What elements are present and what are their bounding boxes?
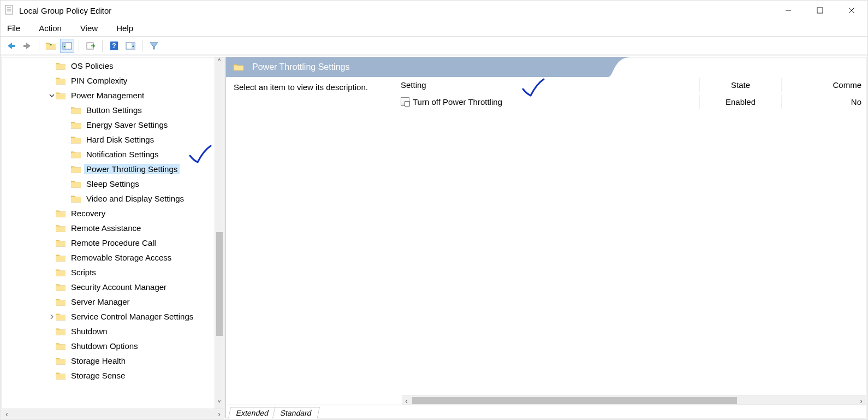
- chevron-placeholder: [48, 269, 56, 276]
- settings-list: Setting State Comme Turn off Power Throt…: [396, 77, 866, 395]
- tree-item[interactable]: Power Throttling Settings: [2, 162, 224, 176]
- folder-icon: [56, 253, 66, 262]
- tree-item[interactable]: Remote Procedure Call: [2, 235, 224, 250]
- tree-item[interactable]: Energy Saver Settings: [2, 117, 224, 132]
- show-hide-tree-button[interactable]: [60, 39, 74, 53]
- filter-button[interactable]: [147, 39, 161, 53]
- tree-item[interactable]: Remote Assistance: [2, 221, 224, 235]
- chevron-placeholder: [48, 328, 56, 335]
- gpedit-window: Local Group Policy Editor File Action Vi…: [0, 0, 868, 420]
- close-button[interactable]: [836, 1, 867, 20]
- col-setting[interactable]: Setting: [396, 78, 699, 92]
- tree-item[interactable]: OS Policies: [2, 58, 224, 73]
- maximize-button[interactable]: [804, 1, 836, 20]
- tree-item-label: Shutdown: [69, 326, 110, 336]
- tree-item[interactable]: Sleep Settings: [2, 176, 224, 191]
- details-header-title: Power Throttling Settings: [252, 62, 349, 72]
- folder-icon: [56, 209, 66, 217]
- menu-action[interactable]: Action: [37, 22, 64, 34]
- chevron-placeholder: [63, 180, 71, 188]
- tree-item[interactable]: Scripts: [2, 265, 224, 280]
- col-state[interactable]: State: [699, 78, 781, 92]
- tree-item[interactable]: Video and Display Settings: [2, 191, 224, 206]
- tree-item[interactable]: Server Manager: [2, 294, 224, 309]
- console-tree[interactable]: OS PoliciesPIN ComplexityPower Managemen…: [2, 57, 224, 383]
- policy-icon: [401, 97, 409, 106]
- chevron-placeholder: [63, 151, 71, 158]
- forward-button[interactable]: [20, 39, 34, 53]
- tree-item-label: Recovery: [69, 208, 108, 218]
- tree-item-label: Remote Assistance: [69, 223, 143, 233]
- tree-item-label: Power Throttling Settings: [84, 164, 180, 174]
- scroll-down-icon[interactable]: ˅: [215, 399, 224, 409]
- description-placeholder: Select an item to view its description.: [234, 82, 368, 92]
- folder-icon: [71, 165, 81, 173]
- folder-icon: [56, 312, 66, 321]
- tree-item[interactable]: Storage Sense: [2, 368, 224, 383]
- tree-item[interactable]: Security Account Manager: [2, 280, 224, 294]
- chevron-right-icon[interactable]: [48, 313, 56, 321]
- tree-item[interactable]: Removable Storage Access: [2, 250, 224, 265]
- svg-text:?: ?: [112, 42, 116, 50]
- folder-icon: [56, 342, 66, 350]
- chevron-placeholder: [63, 107, 71, 114]
- description-column: Select an item to view its description.: [226, 77, 396, 395]
- tree-item[interactable]: Service Control Manager Settings: [2, 309, 224, 324]
- scroll-thumb[interactable]: [412, 397, 737, 404]
- back-button[interactable]: [4, 39, 18, 53]
- scroll-left-icon[interactable]: ‹: [2, 409, 11, 418]
- folder-icon: [56, 327, 66, 335]
- folder-icon: [56, 283, 66, 291]
- titlebar: Local Group Policy Editor: [1, 1, 867, 20]
- chevron-placeholder: [63, 165, 71, 173]
- tree-item[interactable]: Power Management: [2, 88, 224, 103]
- folder-icon: [56, 91, 66, 99]
- svg-rect-9: [23, 45, 27, 47]
- tree-item[interactable]: Hard Disk Settings: [2, 132, 224, 147]
- folder-icon: [71, 180, 81, 188]
- tree-horizontal-scrollbar[interactable]: ‹ ›: [2, 409, 224, 418]
- export-list-button[interactable]: [84, 39, 98, 53]
- tree-item[interactable]: Storage Health: [2, 353, 224, 368]
- folder-icon: [71, 150, 81, 158]
- tree-item-label: OS Policies: [69, 61, 116, 71]
- tree-item-label: Energy Saver Settings: [84, 120, 170, 130]
- tree-item[interactable]: Notification Settings: [2, 147, 224, 162]
- tab-standard[interactable]: Standard: [272, 407, 320, 418]
- tree-item-label: Storage Health: [69, 356, 128, 366]
- scroll-thumb[interactable]: [216, 232, 223, 336]
- help-button[interactable]: ?: [107, 39, 121, 53]
- console-tree-icon: [62, 42, 72, 50]
- funnel-icon: [149, 42, 159, 50]
- details-horizontal-scrollbar[interactable]: ‹ ›: [402, 395, 866, 405]
- tree-item-label: Service Control Manager Settings: [69, 311, 195, 322]
- tree-item[interactable]: Recovery: [2, 206, 224, 221]
- tree-item[interactable]: Shutdown Options: [2, 339, 224, 353]
- scroll-up-icon[interactable]: ˄: [215, 57, 224, 67]
- menu-help[interactable]: Help: [114, 22, 135, 34]
- scroll-left-icon[interactable]: ‹: [402, 396, 411, 405]
- policy-row[interactable]: Turn off Power ThrottlingEnabledNo: [396, 93, 866, 110]
- menu-view[interactable]: View: [78, 22, 100, 34]
- scroll-right-icon[interactable]: ›: [215, 409, 224, 418]
- tree-item[interactable]: Button Settings: [2, 103, 224, 117]
- action-pane-icon: [126, 42, 135, 50]
- scroll-right-icon[interactable]: ›: [857, 396, 866, 405]
- export-icon: [86, 42, 96, 50]
- chevron-placeholder: [48, 357, 56, 365]
- cell-setting: Turn off Power Throttling: [396, 95, 699, 109]
- tab-extended[interactable]: Extended: [228, 407, 277, 418]
- menu-file[interactable]: File: [5, 22, 22, 34]
- tree-item[interactable]: Shutdown: [2, 324, 224, 339]
- chevron-placeholder: [48, 372, 56, 380]
- tree-vertical-scrollbar[interactable]: ˄ ˅: [215, 57, 224, 409]
- col-comment[interactable]: Comme: [781, 78, 866, 92]
- tree-item[interactable]: PIN Complexity: [2, 73, 224, 88]
- folder-icon: [56, 298, 66, 306]
- show-hide-action-pane-button[interactable]: [123, 39, 138, 53]
- chevron-down-icon[interactable]: [48, 92, 56, 99]
- tree-item-label: Shutdown Options: [69, 341, 140, 351]
- minimize-button[interactable]: [772, 1, 804, 20]
- folder-icon: [56, 357, 66, 365]
- up-button[interactable]: [44, 39, 58, 53]
